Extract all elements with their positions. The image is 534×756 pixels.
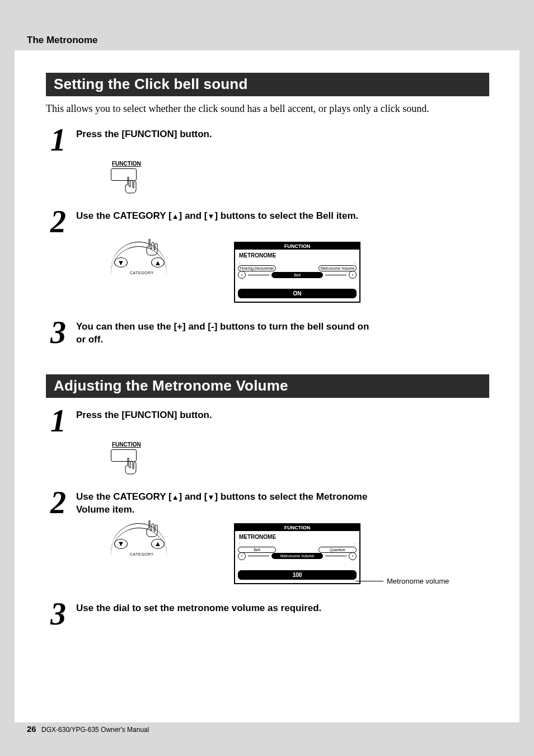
section2-step2: 2 Use the CATEGORY [▲] and [▼] buttons t… (46, 490, 489, 516)
manual-title: DGX-630/YPG-635 Owner's Manual (41, 726, 149, 734)
lcd-nav-left-icon: ‹ (238, 552, 246, 560)
hand-icon (123, 176, 140, 194)
hand-icon (123, 457, 140, 475)
step-text-part: ] and [ (179, 210, 208, 221)
step-text: Press the [FUNCTION] button. (76, 128, 212, 141)
lcd-titlebar: FUNCTION (235, 243, 359, 250)
lcd-center-tab: Bell (271, 272, 323, 278)
lcd-main-value: ON (238, 289, 357, 298)
step-number: 3 (46, 320, 71, 346)
lcd-nav-right-icon: › (349, 271, 357, 279)
section1-intro: This allows you to select whether the cl… (46, 103, 489, 115)
lcd-screen-1: FUNCTION METRONOME : : TimeSig.Denominat… (234, 242, 360, 303)
category-illustration-row-2: ▼ ▲ CATEGORY FUNCTION METRONOME : : (111, 523, 489, 584)
lcd-tab-left: TimeSig.Denominat. (238, 265, 276, 271)
lcd-subcategory: METRONOME (239, 534, 357, 540)
down-arrow-icon: ▼ (208, 494, 215, 501)
step-number: 1 (46, 408, 71, 435)
step-text-part: Use the CATEGORY [ (76, 210, 172, 221)
lcd-titlebar: FUNCTION (235, 524, 359, 531)
category-label: CATEGORY (130, 552, 154, 556)
lcd-main-value: 100 (238, 570, 357, 580)
page-footer: 26 DGX-630/YPG-635 Owner's Manual (27, 724, 149, 734)
lcd-subcategory: METRONOME (239, 252, 357, 259)
step-text: Use the CATEGORY [▲] and [▼] buttons to … (76, 491, 378, 516)
page-number: 26 (27, 724, 36, 734)
step-text: You can then use the [+] and [-] buttons… (76, 321, 378, 346)
lcd-tab-left: Bell (238, 547, 276, 553)
step-text-part: ] and [ (179, 491, 208, 502)
lcd-center-tab: Metronome Volume (271, 553, 323, 559)
lcd-nav-left-icon: ‹ (238, 271, 246, 279)
function-button-illustration: FUNCTION (111, 442, 489, 475)
step-number: 1 (46, 127, 71, 154)
section2-step3: 3 Use the dial to set the metronome volu… (46, 601, 489, 628)
section1-step3: 3 You can then use the [+] and [-] butto… (46, 320, 489, 346)
step-number: 2 (46, 490, 71, 516)
step-text: Use the dial to set the metronome volume… (76, 602, 321, 615)
category-buttons-art: ▼ ▲ CATEGORY (111, 523, 178, 568)
colon-mark: : (239, 542, 240, 547)
function-label: FUNCTION (112, 161, 489, 167)
colon-mark: : (354, 542, 355, 547)
category-up-button-icon: ▲ (151, 539, 165, 549)
function-label: FUNCTION (112, 442, 489, 448)
breadcrumb: The Metronome (27, 35, 98, 46)
function-button-illustration: FUNCTION (111, 161, 489, 194)
step-text-part: Use the CATEGORY [ (76, 491, 172, 502)
annotation-text: Metronome volume (387, 577, 449, 585)
step-number: 3 (46, 601, 71, 628)
step-number: 2 (46, 209, 71, 236)
section1-step2: 2 Use the CATEGORY [▲] and [▼] buttons t… (46, 209, 489, 236)
down-arrow-icon: ▼ (208, 213, 215, 220)
up-arrow-icon: ▲ (172, 494, 179, 501)
step-text: Use the CATEGORY [▲] and [▼] buttons to … (76, 210, 358, 223)
lcd-nav-right-icon: › (349, 552, 357, 560)
category-down-button-icon: ▼ (114, 539, 128, 549)
colon-mark: : (354, 260, 355, 265)
section1-step1: 1 Press the [FUNCTION] button. (46, 127, 489, 154)
lcd-screen-2: FUNCTION METRONOME : : Bell Quantize (234, 523, 360, 584)
lcd-tab-right: Quantize (318, 547, 357, 553)
annotation-metronome-volume: Metronome volume (355, 577, 449, 585)
step-text: Press the [FUNCTION] button. (76, 409, 212, 422)
category-label: CATEGORY (130, 271, 154, 275)
section2-title: Adjusting the Metronome Volume (46, 374, 489, 398)
category-buttons-art: ▼ ▲ CATEGORY (111, 242, 178, 287)
section1-title: Setting the Click bell sound (46, 73, 489, 96)
section2-step1: 1 Press the [FUNCTION] button. (46, 408, 489, 435)
up-arrow-icon: ▲ (172, 213, 179, 220)
colon-mark: : (239, 260, 240, 265)
category-illustration-row: ▼ ▲ CATEGORY FUNCTION METRONOME : : (111, 242, 489, 303)
step-text-part: ] buttons to select the Bell item. (214, 210, 358, 221)
